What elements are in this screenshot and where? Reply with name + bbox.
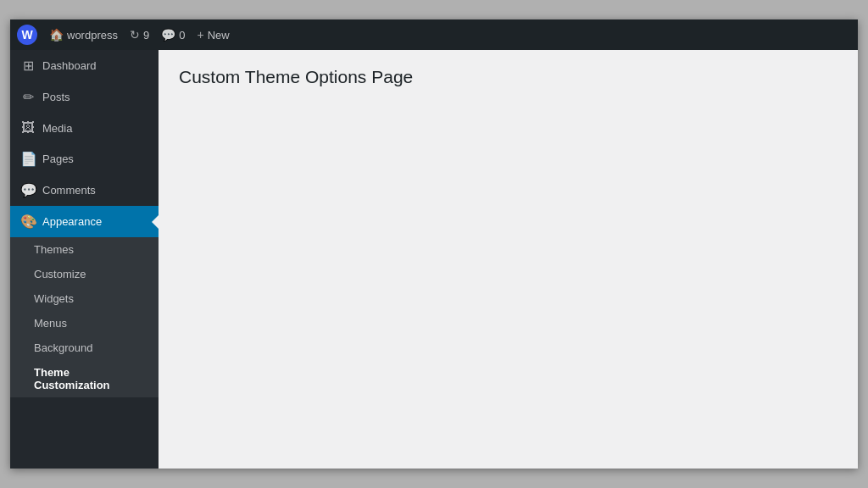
widgets-label: Widgets xyxy=(34,292,74,305)
themes-label: Themes xyxy=(34,243,74,256)
sidebar-item-comments[interactable]: 💬 Comments xyxy=(10,175,159,206)
dashboard-icon: ⊞ xyxy=(20,58,36,74)
site-name: wordpress xyxy=(67,29,118,42)
appearance-icon: 🎨 xyxy=(20,214,36,230)
media-icon: 🖼 xyxy=(20,120,36,136)
page-title: Custom Theme Options Page xyxy=(179,67,837,87)
sidebar-item-appearance[interactable]: 🎨 Appearance xyxy=(10,206,159,237)
appearance-submenu: Themes Customize Widgets Menus Backgroun… xyxy=(10,237,159,397)
submenu-themes[interactable]: Themes xyxy=(10,237,159,262)
sidebar-item-dashboard[interactable]: ⊞ Dashboard xyxy=(10,50,159,81)
plus-icon: + xyxy=(197,28,203,42)
submenu-customize[interactable]: Customize xyxy=(10,262,159,286)
admin-bar-new[interactable]: + New xyxy=(197,28,229,42)
content-area: Custom Theme Options Page xyxy=(159,50,858,469)
content-body xyxy=(179,101,837,440)
appearance-label: Appearance xyxy=(42,215,102,228)
sidebar: ⊞ Dashboard ✏ Posts 🖼 Media 📄 Pages 💬 Co… xyxy=(10,50,159,469)
comments-label: Comments xyxy=(42,184,96,197)
customize-label: Customize xyxy=(34,268,86,280)
posts-icon: ✏ xyxy=(20,89,36,105)
sidebar-item-pages[interactable]: 📄 Pages xyxy=(10,143,159,175)
wp-logo[interactable]: W xyxy=(17,25,37,45)
theme-customization-label: Theme Customization xyxy=(34,366,148,391)
admin-bar-comments[interactable]: 💬 0 xyxy=(161,28,185,42)
dashboard-label: Dashboard xyxy=(42,59,97,72)
comments-icon: 💬 xyxy=(161,28,175,42)
pages-icon: 📄 xyxy=(20,151,36,167)
submenu-widgets[interactable]: Widgets xyxy=(10,286,159,311)
browser-window: W 🏠 wordpress ↻ 9 💬 0 + New ⊞ Dashboard … xyxy=(10,19,858,469)
admin-bar: W 🏠 wordpress ↻ 9 💬 0 + New xyxy=(10,19,858,50)
submenu-background[interactable]: Background xyxy=(10,336,159,360)
new-label: New xyxy=(208,29,230,42)
main-layout: ⊞ Dashboard ✏ Posts 🖼 Media 📄 Pages 💬 Co… xyxy=(10,50,858,469)
comments-count: 0 xyxy=(179,29,185,42)
submenu-theme-customization[interactable]: Theme Customization xyxy=(10,360,159,397)
admin-bar-site[interactable]: 🏠 wordpress xyxy=(49,28,118,42)
updates-icon: ↻ xyxy=(130,28,140,42)
home-icon: 🏠 xyxy=(49,28,64,42)
posts-label: Posts xyxy=(42,91,70,103)
pages-label: Pages xyxy=(42,152,74,165)
background-label: Background xyxy=(34,341,92,354)
sidebar-item-posts[interactable]: ✏ Posts xyxy=(10,81,159,113)
comments-menu-icon: 💬 xyxy=(20,182,36,198)
updates-count: 9 xyxy=(143,29,149,42)
admin-bar-updates[interactable]: ↻ 9 xyxy=(130,28,149,42)
media-label: Media xyxy=(42,122,72,135)
menus-label: Menus xyxy=(34,317,67,330)
sidebar-item-media[interactable]: 🖼 Media xyxy=(10,113,159,143)
submenu-menus[interactable]: Menus xyxy=(10,311,159,336)
